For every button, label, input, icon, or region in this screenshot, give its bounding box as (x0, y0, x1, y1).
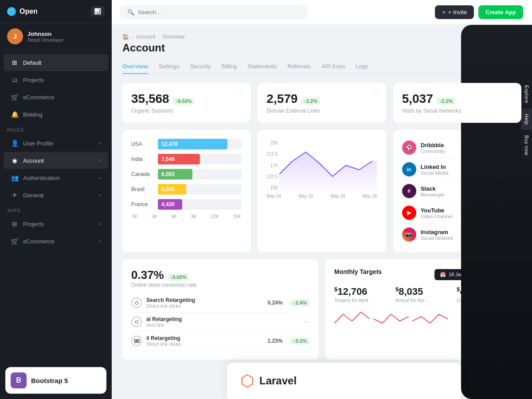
sidebar-item-label: eCommerce (23, 238, 55, 245)
sidebar-item-label: Account (23, 157, 44, 164)
sidebar-item-projects-app[interactable]: ⊞ Projects ▾ (4, 215, 108, 232)
create-app-button[interactable]: Create App (478, 5, 523, 19)
bar-axis: 0K3K6K9K12K15K (131, 214, 242, 219)
tab-referrals[interactable]: Referrals (287, 59, 311, 74)
sidebar-item-projects[interactable]: 🗂 Projects (4, 71, 108, 88)
bar-row-india: India 7,546 (131, 154, 242, 164)
stat-value: 5,037 ↑2.2% (402, 92, 512, 106)
tab-security[interactable]: Security (190, 59, 211, 74)
line-chart-svg (279, 139, 377, 192)
sidebar: Open 📊 J Johnson React Developer ⊞ Defau… (0, 0, 112, 399)
help-button[interactable]: Help (521, 109, 532, 130)
stat-card-social: 5,037 ↑2.2% Visits by Social Networks ··… (393, 83, 521, 123)
cart-icon: 🛒 (11, 237, 19, 245)
user-name: Johnson (27, 31, 64, 37)
y-axis-labels: 250212.5175137.5100 (266, 139, 278, 192)
sidebar-item-default[interactable]: ⊞ Default (4, 54, 108, 71)
retargeting-row-1: ○ Search Retargeting Direct link clicks … (131, 293, 309, 313)
bar-row-usa: USA 12,478 (131, 139, 242, 149)
stat-badge: ↑2.2% (437, 98, 456, 105)
stat-label: Domain External Links (266, 108, 377, 114)
retargeting-row-3: ✉ il Retargeting Direct link clicks 1.23… (131, 332, 309, 351)
laravel-banner: ⬡ Laravel (227, 363, 461, 399)
targets-title: Monthly Targets (334, 268, 382, 275)
avatar: J (7, 28, 23, 44)
chevron-down-icon: ▾ (99, 193, 101, 198)
chevron-down-icon: ▾ (99, 158, 101, 163)
sidebar-item-label: Default (23, 59, 41, 66)
rate-value: 0.37% ↑8.02% (131, 268, 309, 282)
breadcrumb-overview: Overview (162, 34, 184, 40)
main-area: 🔍 + + Invite Create App Explore Help Buy… (112, 0, 532, 399)
stat-card-sessions: 35,568 ↑8.02% Organic Sessions ··· (122, 83, 250, 123)
search-input[interactable] (138, 9, 300, 16)
folder-icon: 🗂 (11, 76, 19, 84)
search-box[interactable]: 🔍 (121, 5, 307, 19)
explore-button[interactable]: Explore (521, 80, 532, 109)
chevron-down-icon: ▾ (99, 222, 101, 227)
more-menu-icon[interactable]: ··· (373, 90, 379, 98)
tab-billing[interactable]: Billing (222, 59, 237, 74)
dribbble-icon: ⚽ (402, 141, 416, 155)
stat-card-links: 2,579 ↑2.2% Domain External Links ··· (258, 83, 386, 123)
sidebar-item-label: General (23, 192, 43, 199)
sidebar-item-user-profile[interactable]: 👤 User Profile ▾ (4, 135, 108, 152)
mini-chart-3 (412, 310, 448, 328)
bar-row-france: France 4,420 (131, 199, 242, 210)
stat-badge: ↑8.02% (173, 98, 195, 105)
sidebar-item-account[interactable]: ◉ Account ▾ (4, 152, 108, 169)
target-item-1: $12,706 Targets for April (334, 286, 390, 303)
sidebar-item-bidding[interactable]: 🔔 Bidding (4, 106, 108, 123)
sidebar-item-authentication[interactable]: 👥 Authentication ▾ (4, 169, 108, 186)
tab-api-keys[interactable]: API Keys (321, 59, 345, 74)
sidebar-navigation: ⊞ Default 🗂 Projects 🛒 eCommerce 🔔 Biddi… (0, 50, 112, 362)
sidebar-item-label: Bidding (23, 111, 42, 118)
rate-badge: ↑8.02% (168, 274, 189, 281)
topbar-right: + + Invite Create App (435, 5, 523, 19)
cart-icon: 🛒 (11, 93, 19, 101)
bar-row-canada: Canada 6,083 (131, 169, 242, 180)
breadcrumb-account[interactable]: Account (136, 34, 155, 40)
grid-icon: ⊞ (11, 59, 19, 66)
promo-banner: B Bootstrap 5 (5, 367, 106, 394)
bootstrap-label: Bootstrap 5 (31, 377, 68, 384)
side-buttons: Explore Help Buy now (521, 80, 532, 161)
buy-now-button[interactable]: Buy now (521, 130, 532, 161)
tab-logs[interactable]: Logs (356, 59, 368, 74)
sidebar-item-label: Authentication (23, 175, 59, 181)
app-name: Open (20, 8, 38, 16)
tab-settings[interactable]: Settings (159, 59, 180, 74)
more-menu-icon[interactable]: ··· (509, 90, 514, 98)
stat-label: Visits by Social Networks (402, 108, 512, 114)
mini-chart-2 (373, 310, 409, 328)
tab-overview[interactable]: Overview (122, 59, 148, 74)
sidebar-item-ecommerce[interactable]: 🛒 eCommerce (4, 89, 108, 106)
chevron-down-icon: ▾ (99, 176, 101, 180)
bar-chart-card: USA 12,478 India 7,546 Canada 6,083 (122, 130, 250, 252)
app-logo: Open (7, 7, 38, 16)
topbar: 🔍 + + Invite Create App (112, 0, 532, 25)
sidebar-item-label: User Profile (23, 140, 53, 147)
bootstrap-logo: B (11, 372, 27, 388)
chevron-down-icon: ▾ (99, 141, 101, 146)
plus-icon: + (442, 9, 446, 16)
sidebar-item-ecommerce-app[interactable]: 🛒 eCommerce ▾ (4, 233, 108, 250)
invite-button[interactable]: + + Invite (435, 5, 474, 19)
retargeting-row-2: ○ al Retargeting irect link (131, 313, 309, 332)
account-icon: ◉ (11, 156, 19, 164)
search-icon: 🔍 (127, 9, 134, 16)
linkedin-icon: in (402, 162, 416, 176)
bar-row-brasil: Brasil 5,041 (131, 184, 242, 195)
youtube-icon: ▶ (402, 206, 416, 220)
user-role: React Developer (27, 37, 64, 43)
more-menu-icon[interactable]: ··· (238, 90, 243, 98)
home-icon: 🏠 (122, 34, 129, 40)
tab-statements[interactable]: Statements (247, 59, 277, 74)
sidebar-item-general[interactable]: ✈ General ▾ (4, 187, 108, 203)
stats-cards: 35,568 ↑8.02% Organic Sessions ··· 2,579… (122, 83, 521, 123)
chart-icon-button[interactable]: 📊 (90, 6, 105, 16)
sidebar-item-label: Projects (23, 77, 44, 83)
instagram-icon: 📷 (402, 227, 416, 242)
stat-value: 35,568 ↑8.02% (131, 92, 242, 106)
user-icon: 👤 (11, 139, 19, 147)
